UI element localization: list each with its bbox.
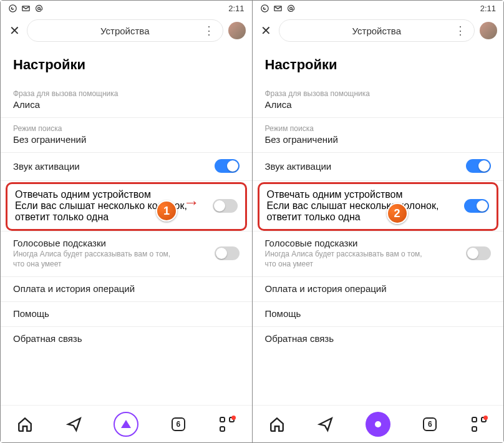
more-icon[interactable]: ⋮ — [455, 24, 465, 37]
send-icon[interactable] — [316, 415, 335, 434]
row-help[interactable]: Помощь — [1, 302, 252, 327]
more-icon[interactable]: ⋮ — [203, 24, 214, 37]
svg-point-0 — [9, 4, 16, 11]
annotation-badge-1: 1 — [156, 200, 177, 221]
bottom-nav: 6 — [1, 405, 252, 442]
whatsapp-icon — [8, 4, 17, 13]
settings-list: Настройки Фраза для вызова помощника Али… — [1, 46, 252, 405]
whatsapp-icon — [260, 4, 269, 13]
row-payments[interactable]: Оплата и история операций — [253, 277, 504, 302]
phone-left: 2:11 ✕ Устройства ⋮ Настройки Фраза для … — [1, 1, 252, 442]
row-activation-sound[interactable]: Звук активации — [253, 153, 504, 181]
services-icon[interactable] — [470, 415, 488, 434]
toggle-voice-hints[interactable] — [466, 246, 491, 260]
row-payments[interactable]: Оплата и история операций — [1, 277, 252, 302]
home-icon[interactable] — [16, 415, 34, 434]
status-bar: 2:11 — [1, 1, 252, 16]
bottom-nav: 6 — [253, 405, 504, 442]
annotation-arrow: → — [183, 193, 200, 212]
title-pill[interactable]: Устройства ⋮ — [279, 19, 475, 42]
row-voice-phrase[interactable]: Фраза для вызова помощника Алиса — [253, 83, 504, 118]
status-bar: 2:11 — [253, 1, 504, 16]
services-icon[interactable] — [218, 415, 236, 434]
at-icon — [286, 4, 296, 13]
toggle-single-device-off[interactable] — [213, 199, 238, 213]
tabs-icon[interactable]: 6 — [420, 415, 439, 434]
toggle-single-device-on[interactable] — [464, 199, 489, 213]
page-title: Устройства — [100, 26, 149, 36]
avatar[interactable] — [480, 22, 497, 39]
toggle-activation-sound[interactable] — [466, 159, 491, 173]
row-help[interactable]: Помощь — [253, 302, 504, 327]
row-voice-phrase[interactable]: Фраза для вызова помощника Алиса — [1, 83, 252, 118]
svg-point-3 — [261, 4, 268, 11]
heading: Настройки — [1, 48, 252, 83]
row-feedback[interactable]: Обратная связь — [1, 327, 252, 351]
close-icon[interactable]: ✕ — [7, 23, 22, 38]
nav-bar: ✕ Устройства ⋮ — [1, 16, 252, 46]
phone-right: 2:11 ✕ Устройства ⋮ Настройки Фраза для … — [253, 1, 504, 442]
home-icon[interactable] — [268, 415, 286, 434]
row-search-mode[interactable]: Режим поиска Без ограничений — [1, 118, 252, 153]
mail-icon — [273, 4, 283, 13]
page-title: Устройства — [352, 26, 401, 36]
tabs-icon[interactable]: 6 — [169, 415, 188, 434]
settings-list: Настройки Фраза для вызова помощника Али… — [253, 46, 504, 405]
at-icon — [34, 4, 44, 13]
status-time: 2:11 — [228, 4, 244, 13]
heading: Настройки — [253, 48, 504, 83]
toggle-activation-sound[interactable] — [215, 159, 240, 173]
row-feedback[interactable]: Обратная связь — [253, 327, 504, 351]
alice-icon[interactable] — [114, 412, 138, 437]
row-voice-hints[interactable]: Голосовые подсказки Иногда Алиса будет р… — [1, 231, 252, 277]
status-time: 2:11 — [480, 4, 496, 13]
avatar[interactable] — [228, 22, 246, 39]
row-search-mode[interactable]: Режим поиска Без ограничений — [253, 118, 504, 153]
annotation-badge-2: 2 — [387, 203, 408, 224]
title-pill[interactable]: Устройства ⋮ — [27, 19, 223, 42]
close-icon[interactable]: ✕ — [259, 23, 274, 38]
row-activation-sound[interactable]: Звук активации — [1, 153, 252, 181]
row-single-device-highlight: Отвечать одним устройством Если вас слыш… — [258, 182, 499, 231]
row-single-device-highlight: Отвечать одним устройством Если вас слыш… — [6, 182, 247, 231]
toggle-voice-hints[interactable] — [215, 246, 240, 260]
mail-icon — [21, 4, 31, 13]
send-icon[interactable] — [65, 415, 84, 434]
row-voice-hints[interactable]: Голосовые подсказки Иногда Алиса будет р… — [253, 231, 504, 277]
alice-icon[interactable] — [366, 412, 390, 437]
nav-bar: ✕ Устройства ⋮ — [253, 16, 504, 46]
